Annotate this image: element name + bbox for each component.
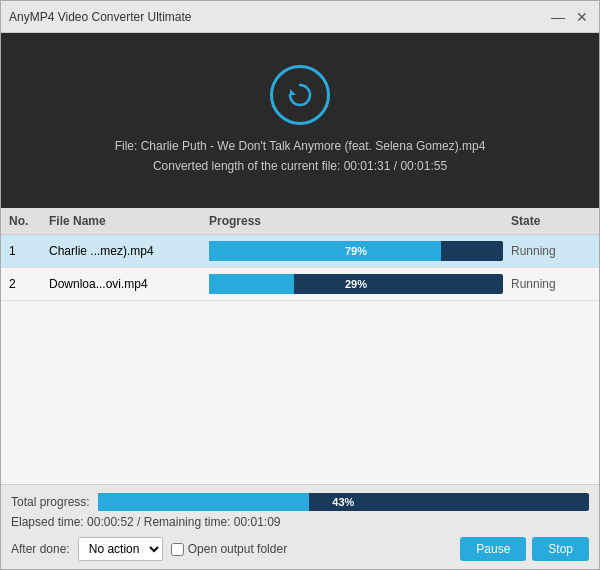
stop-button[interactable]: Stop (532, 537, 589, 561)
col-state: State (511, 214, 591, 228)
col-file-name: File Name (49, 214, 209, 228)
action-row: After done: No action Open output folder… (11, 537, 589, 561)
row2-no: 2 (9, 277, 49, 291)
row2-filename: Downloa...ovi.mp4 (49, 277, 209, 291)
minimize-button[interactable]: — (549, 8, 567, 26)
refresh-icon (286, 81, 314, 109)
row2-state: Running (511, 277, 591, 291)
close-button[interactable]: ✕ (573, 8, 591, 26)
file-info: File: Charlie Puth - We Don't Talk Anymo… (115, 137, 486, 175)
row1-filename: Charlie ...mez).mp4 (49, 244, 209, 258)
row1-progress-fill (209, 241, 441, 261)
convert-icon (270, 65, 330, 125)
action-buttons: Pause Stop (460, 537, 589, 561)
svg-marker-0 (290, 89, 296, 95)
window-controls: — ✕ (549, 8, 591, 26)
row2-progress-fill (209, 274, 294, 294)
table-row: 1 Charlie ...mez).mp4 79% Running (1, 235, 599, 268)
open-folder-label: Open output folder (188, 542, 287, 556)
file-label: File: Charlie Puth - We Don't Talk Anymo… (115, 137, 486, 156)
after-done-select[interactable]: No action (78, 537, 163, 561)
row1-progress-label: 79% (345, 245, 367, 257)
col-progress: Progress (209, 214, 511, 228)
total-progress-bar: 43% (98, 493, 589, 511)
row1-no: 1 (9, 244, 49, 258)
table-area: No. File Name Progress State 1 Charlie .… (1, 208, 599, 484)
row1-progress-bar: 79% (209, 241, 503, 261)
preview-area: File: Charlie Puth - We Don't Talk Anymo… (1, 33, 599, 208)
length-label: Converted length of the current file: 00… (115, 157, 486, 176)
time-row: Elapsed time: 00:00:52 / Remaining time:… (11, 515, 589, 529)
after-done-label: After done: (11, 542, 70, 556)
table-row: 2 Downloa...ovi.mp4 29% Running (1, 268, 599, 301)
elapsed-label: Elapsed time: 00:00:52 / Remaining time:… (11, 515, 281, 529)
window-title: AnyMP4 Video Converter Ultimate (9, 10, 192, 24)
open-folder-row: Open output folder (171, 542, 453, 556)
total-bar-fill (98, 493, 309, 511)
total-progress-row: Total progress: 43% (11, 493, 589, 511)
table-header: No. File Name Progress State (1, 208, 599, 235)
title-bar: AnyMP4 Video Converter Ultimate — ✕ (1, 1, 599, 33)
col-no: No. (9, 214, 49, 228)
row1-state: Running (511, 244, 591, 258)
total-progress-label: Total progress: (11, 495, 90, 509)
row2-progress-label: 29% (345, 278, 367, 290)
row2-progress-bar: 29% (209, 274, 503, 294)
main-window: AnyMP4 Video Converter Ultimate — ✕ File… (0, 0, 600, 570)
footer: Total progress: 43% Elapsed time: 00:00:… (1, 484, 599, 569)
pause-button[interactable]: Pause (460, 537, 526, 561)
total-bar-label: 43% (332, 496, 354, 508)
open-folder-checkbox[interactable] (171, 543, 184, 556)
